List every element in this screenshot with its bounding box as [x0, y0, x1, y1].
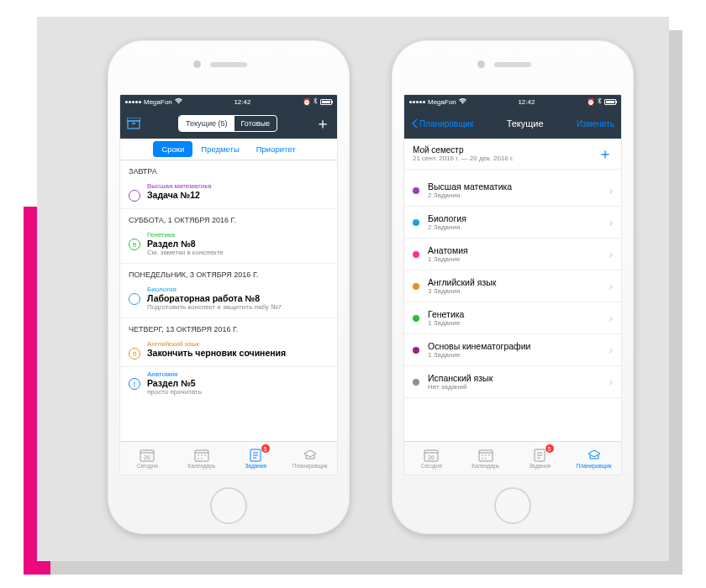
tab-calendar[interactable]: Календарь — [175, 442, 229, 475]
back-button[interactable]: Планировщик — [411, 118, 473, 129]
task-status-circle[interactable] — [129, 293, 140, 305]
subnav-deadlines[interactable]: Сроки — [153, 141, 192, 157]
task-subject: Анатомия — [147, 370, 329, 378]
calendar-icon — [478, 449, 493, 462]
battery-icon — [320, 99, 332, 105]
chevron-right-icon: › — [609, 281, 613, 292]
svg-point-11 — [198, 458, 199, 459]
battery-icon — [604, 99, 616, 105]
tab-tasks[interactable]: 5 Задания — [229, 442, 283, 475]
tab-today[interactable]: 26 Сегодня — [120, 442, 175, 475]
svg-point-9 — [201, 454, 203, 456]
subject-count: 1 Задание — [428, 319, 601, 327]
task-subject: Высшая математика — [147, 182, 329, 190]
subject-list[interactable]: Высшая математика2 Задания›Биология2 Зад… — [404, 170, 621, 441]
tab-tasks[interactable]: 5 Задания — [513, 442, 567, 475]
signal-dots-icon — [409, 101, 425, 103]
task-subject: Английский язык — [147, 340, 329, 348]
task-list[interactable]: ЗАВТРАВысшая математикаЗадача №12СУББОТА… — [120, 160, 337, 441]
task-status-circle[interactable] — [129, 190, 140, 202]
nav-bar: Текущие (5) Готовые ＋ — [120, 108, 337, 139]
subject-name: Анатомия — [428, 245, 601, 255]
task-row[interactable]: !!ГенетикаРаздел №8См. заметки в конспек… — [120, 228, 337, 264]
wifi-icon — [459, 98, 466, 106]
svg-point-24 — [488, 454, 490, 456]
subject-count: 2 Задания — [428, 192, 601, 199]
planner-icon — [587, 449, 602, 462]
home-button[interactable] — [494, 487, 531, 524]
subject-row[interactable]: Генетика1 Задание› — [404, 302, 621, 334]
chevron-right-icon: › — [609, 312, 613, 324]
svg-point-8 — [198, 454, 199, 456]
planner-icon — [303, 449, 318, 462]
subject-row[interactable]: Основы кинематографии1 Задание› — [404, 334, 621, 366]
task-note: просто прочитать — [147, 388, 329, 396]
task-title: Раздел №5 — [147, 378, 329, 388]
subject-row[interactable]: Биология2 Задания› — [404, 207, 621, 239]
subject-count: 2 Задания — [428, 223, 601, 231]
section-header: ЗАВТРА — [120, 160, 337, 179]
subject-count: 1 Задание — [428, 351, 601, 359]
carrier-label: MegaFon — [428, 98, 456, 106]
svg-point-10 — [204, 454, 206, 456]
wifi-icon — [175, 98, 182, 106]
add-button[interactable]: ＋ — [315, 113, 330, 134]
subject-count: 1 Задание — [428, 255, 601, 263]
nav-bar: Планировщик Текущие Изменить — [404, 108, 621, 139]
task-status-circle[interactable]: !! — [129, 239, 140, 250]
tab-calendar[interactable]: Календарь — [459, 442, 514, 475]
task-title: Лабораторная работа №8 — [147, 293, 329, 303]
task-status-circle[interactable]: ! — [129, 378, 140, 390]
subject-color-dot — [413, 187, 419, 194]
carrier-label: MegaFon — [144, 98, 172, 106]
calendar-icon — [194, 449, 209, 462]
nav-title: Текущие — [507, 118, 544, 129]
subject-name: Высшая математика — [428, 181, 601, 192]
edit-button[interactable]: Изменить — [577, 119, 614, 129]
subnav-subjects[interactable]: Предметы — [192, 141, 247, 157]
segment-current[interactable]: Текущие (5) — [179, 116, 234, 131]
signal-dots-icon — [125, 101, 141, 103]
semester-header[interactable]: Мой семестр 21 сент. 2016 г. — 20 дек. 2… — [404, 139, 621, 170]
tab-planner[interactable]: Планировщик — [567, 442, 622, 475]
task-note: См. заметки в конспекте — [147, 249, 329, 256]
subject-color-dot — [413, 251, 419, 258]
tasks-badge: 5 — [545, 444, 554, 453]
task-row[interactable]: !АнатомияРаздел №5просто прочитать — [120, 367, 337, 402]
screen-tasks: MegaFon 12:42 ⏰ Текущие (5) Готовые — [119, 94, 338, 475]
svg-text:26: 26 — [144, 454, 150, 460]
subject-name: Испанский язык — [428, 373, 601, 383]
subject-row[interactable]: Английский язык3 Задания› — [404, 270, 621, 302]
task-status-circle[interactable]: !! — [129, 348, 140, 360]
phone-camera — [477, 60, 485, 68]
subject-row[interactable]: Высшая математика2 Задания› — [404, 175, 621, 207]
subject-name: Биология — [428, 213, 601, 223]
svg-point-25 — [482, 458, 483, 459]
subject-count: 3 Задания — [428, 287, 601, 295]
bluetooth-icon — [598, 97, 602, 106]
svg-rect-0 — [127, 118, 140, 121]
subject-name: Английский язык — [428, 277, 601, 287]
subject-row[interactable]: Испанский языкНет заданий› — [404, 366, 621, 398]
home-button[interactable] — [210, 487, 247, 524]
screen-planner: MegaFon 12:42 ⏰ Планировщик Текущие Изме… — [403, 94, 622, 475]
subject-color-dot — [413, 219, 419, 226]
archive-icon[interactable] — [127, 118, 140, 129]
task-row[interactable]: БиологияЛабораторная работа №8Подготовит… — [120, 282, 337, 318]
tab-today[interactable]: 26 Сегодня — [404, 442, 459, 475]
task-row[interactable]: !!Английский языкЗакончить черновик сочи… — [120, 337, 337, 367]
subnav-priority[interactable]: Приоритет — [248, 141, 304, 157]
subject-row[interactable]: Анатомия1 Задание› — [404, 239, 621, 270]
chevron-right-icon: › — [609, 344, 613, 356]
clock-label: 12:42 — [518, 98, 535, 106]
calendar-today-icon: 26 — [140, 449, 155, 462]
sub-nav: Сроки Предметы Приоритет — [120, 139, 337, 160]
segment-control[interactable]: Текущие (5) Готовые — [178, 115, 277, 132]
alarm-icon: ⏰ — [587, 98, 595, 106]
task-row[interactable]: Высшая математикаЗадача №12 — [120, 179, 337, 209]
segment-done[interactable]: Готовые — [234, 116, 277, 131]
add-subject-button[interactable]: ＋ — [598, 144, 613, 164]
subject-color-dot — [413, 379, 419, 386]
tab-planner[interactable]: Планировщик — [283, 442, 338, 475]
svg-rect-1 — [128, 121, 140, 129]
